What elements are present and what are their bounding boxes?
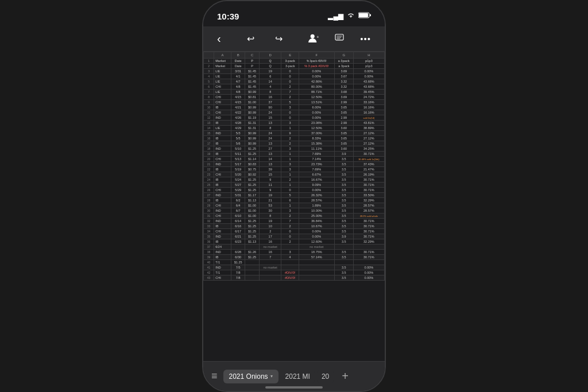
cell-4-E[interactable]: 0 <box>281 74 299 79</box>
cell-40-F[interactable] <box>299 260 334 265</box>
cell-5-G[interactable]: 3.32 <box>334 79 353 84</box>
cell-36-G[interactable]: 3.5 <box>334 239 353 244</box>
cell-12-H[interactable]: sold 2x(14) <box>353 115 384 121</box>
cell-7-A[interactable]: LIE <box>214 90 231 95</box>
cell-5-D[interactable]: 14 <box>259 79 281 84</box>
cell-27-E[interactable]: 5 <box>281 193 299 198</box>
cell-35-B[interactable]: 6/21 <box>231 234 245 239</box>
cell-30-B[interactable]: 6/7 <box>231 208 245 214</box>
cell-33-G[interactable]: 3.5 <box>334 224 353 229</box>
cell-13-E[interactable]: 3 <box>281 121 299 126</box>
cell-17-C[interactable]: $0.99 <box>245 141 260 146</box>
cell-2-G[interactable]: a 3pack <box>334 64 353 69</box>
cell-41-H[interactable]: 0.00% <box>353 265 384 270</box>
cell-6-A[interactable]: CHI <box>214 84 231 90</box>
cell-38-A[interactable]: IND <box>214 250 231 255</box>
cell-28-C[interactable]: $1.13 <box>245 198 260 203</box>
cell-19-A[interactable]: IB <box>214 152 231 157</box>
cell-37-F[interactable]: no market <box>299 244 334 250</box>
cell-16-B[interactable]: 5/5 <box>231 136 245 141</box>
cell-32-E[interactable]: 7 <box>281 219 299 224</box>
cell-9-F[interactable]: 13.51% <box>299 100 334 105</box>
cell-41-G[interactable]: 3.5 <box>334 265 353 270</box>
cell-6-D[interactable]: 4 <box>259 84 281 90</box>
cell-1-d[interactable]: Q <box>259 59 281 64</box>
cell-2-D[interactable]: Q <box>259 64 281 69</box>
cell-7-G[interactable]: 3.68 <box>334 90 353 95</box>
cell-14-C[interactable]: $1.31 <box>245 126 260 131</box>
cell-34-F[interactable]: 0.00% <box>299 229 334 234</box>
cell-12-F[interactable]: 0.00% <box>299 115 334 121</box>
cell-28-E[interactable]: 6 <box>281 198 299 203</box>
cell-35-G[interactable]: 3.9 <box>334 234 353 239</box>
cell-14-E[interactable]: 1 <box>281 126 299 131</box>
cell-25-A[interactable]: IB <box>214 183 231 188</box>
cell-8-C[interactable]: $0.81 <box>245 95 260 100</box>
cell-11-E[interactable]: 0 <box>281 110 299 115</box>
cell-26-F[interactable]: 0.00% <box>299 188 334 193</box>
cell-20-B[interactable]: 5/13 <box>231 157 245 162</box>
cell-41-A[interactable]: IND <box>214 265 231 270</box>
cell-34-H[interactable]: 30.71% <box>353 229 384 234</box>
cell-41-D[interactable]: no market <box>259 265 281 270</box>
cell-39-C[interactable]: $1.25 <box>245 255 260 260</box>
cell-20-D[interactable]: 14 <box>259 157 281 162</box>
cell-24-G[interactable]: 3.5 <box>334 177 353 183</box>
back-button[interactable]: ‹ <box>212 30 226 48</box>
cell-2-A[interactable]: Market <box>214 64 231 69</box>
cell-34-B[interactable]: 6/17 <box>231 229 245 234</box>
cell-32-C[interactable]: $1.25 <box>245 219 260 224</box>
cell-22-A[interactable]: IB <box>214 167 231 172</box>
cell-16-C[interactable]: $0.99 <box>245 136 260 141</box>
cell-37-C[interactable] <box>245 244 260 250</box>
cell-17-G[interactable]: 3.65 <box>334 141 353 146</box>
cell-27-A[interactable]: IND <box>214 193 231 198</box>
cell-21-F[interactable]: 23.73% <box>299 162 334 167</box>
cell-1-c[interactable]: P <box>245 59 260 64</box>
cell-18-A[interactable]: IND <box>214 146 231 152</box>
cell-43-B[interactable]: 7/8 <box>231 275 245 281</box>
cell-18-B[interactable]: 5/10 <box>231 146 245 152</box>
cell-28-A[interactable]: IB <box>214 198 231 203</box>
cell-22-F[interactable]: 7.69% <box>299 167 334 172</box>
cell-6-E[interactable]: 2 <box>281 84 299 90</box>
cell-40-A[interactable]: T/1 <box>214 260 231 265</box>
sheet-tab-3[interactable]: 20 <box>317 370 334 383</box>
cell-21-B[interactable]: 5/17 <box>231 162 245 167</box>
cell-37-D[interactable]: no market <box>259 244 281 250</box>
cell-35-F[interactable]: 0.00% <box>299 234 334 239</box>
cell-8-A[interactable]: CHI <box>214 95 231 100</box>
cell-35-C[interactable]: $1.25 <box>245 234 260 239</box>
cell-26-E[interactable]: 0 <box>281 188 299 193</box>
cell-13-F[interactable]: 23.08% <box>299 121 334 126</box>
cell-36-C[interactable]: $1.13 <box>245 239 260 244</box>
cell-28-B[interactable]: 6/2 <box>231 198 245 203</box>
cell-8-E[interactable]: 2 <box>281 95 299 100</box>
cell-33-H[interactable]: 30.71% <box>353 224 384 229</box>
cell-28-H[interactable]: 32.29% <box>353 198 384 203</box>
cell-30-A[interactable]: IND <box>214 208 231 214</box>
cell-8-G[interactable]: 3.69 <box>334 95 353 100</box>
cell-3-E[interactable]: 0 <box>281 69 299 74</box>
cell-30-F[interactable]: 10.00% <box>299 208 334 214</box>
cell-5-B[interactable]: 4/7 <box>231 79 245 84</box>
cell-1-h[interactable]: p1p3 <box>353 59 384 64</box>
cell-29-F[interactable]: 1.89% <box>299 203 334 208</box>
cell-19-E[interactable]: 1 <box>281 152 299 157</box>
cell-23-C[interactable]: $0.92 <box>245 172 260 177</box>
cell-24-D[interactable]: 9 <box>259 177 281 183</box>
cell-9-A[interactable]: CHI <box>214 100 231 105</box>
cell-11-D[interactable]: 24 <box>259 110 281 115</box>
cell-10-E[interactable]: 3 <box>281 105 299 110</box>
cell-29-E[interactable]: 1 <box>281 203 299 208</box>
cell-6-G[interactable]: 3.32 <box>334 84 353 90</box>
cell-35-H[interactable]: 30.71% <box>353 234 384 239</box>
cell-24-E[interactable]: 2 <box>281 177 299 183</box>
cell-26-B[interactable]: 5/29 <box>231 188 245 193</box>
cell-19-F[interactable]: 7.69% <box>299 152 334 157</box>
cell-3-H[interactable]: 0.00% <box>353 69 384 74</box>
cell-29-D[interactable]: 53 <box>259 203 281 208</box>
cell-11-F[interactable]: 0.00% <box>299 110 334 115</box>
cell-2-C[interactable]: P <box>245 64 260 69</box>
cell-32-H[interactable]: 30.71% <box>353 219 384 224</box>
